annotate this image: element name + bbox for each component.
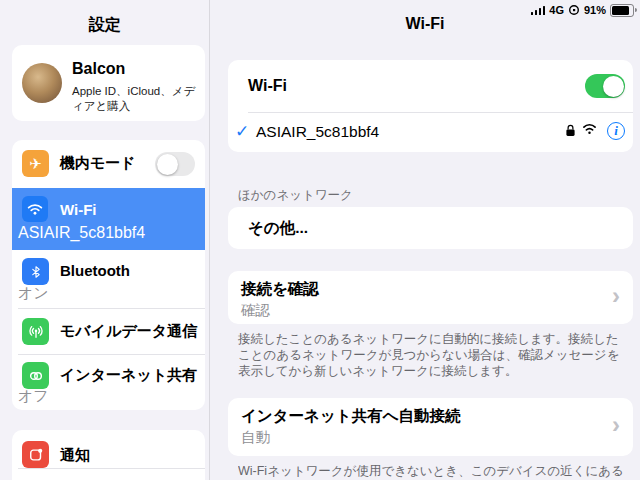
connected-network-name: ASIAIR_5c81bbf4: [256, 123, 379, 141]
cellular-antenna-icon: [22, 318, 49, 345]
ask-to-join-row[interactable]: 接続を確認 確認 ›: [228, 271, 633, 324]
sidebar-item-bluetooth[interactable]: Bluetooth オン: [12, 250, 205, 308]
wifi-toggle[interactable]: [585, 74, 625, 98]
auto-hotspot-title: インターネット共有へ自動接続: [241, 406, 461, 427]
cellular-signal-icon: [531, 5, 546, 15]
sidebar-title: 設定: [0, 15, 210, 36]
sidebar-item-label: Bluetooth: [60, 262, 130, 279]
sidebar-item-label: 通知: [60, 446, 90, 465]
sidebar-item-label: モバイルデータ通信: [60, 322, 197, 341]
settings-screen: 16:12 10月10日(日) 4G 91% 設定 Balcon Apple I…: [0, 0, 640, 480]
wifi-icon: [22, 196, 48, 222]
page-title: Wi-Fi: [210, 15, 640, 33]
wifi-toggle-label: Wi-Fi: [248, 77, 287, 95]
sidebar-item-wifi[interactable]: Wi-Fi ASIAIR_5c81bbf4: [12, 188, 205, 250]
sidebar-item-value: オン: [18, 284, 49, 303]
sidebar-group-notifications: 通知: [12, 430, 205, 480]
bluetooth-icon: [22, 258, 49, 285]
auto-hotspot-footer: Wi-Fiネットワークが使用できないとき、このデバイスの近くにある: [238, 463, 630, 479]
sidebar-item-label: インターネット共有: [60, 366, 197, 385]
chevron-right-icon: ›: [612, 411, 620, 439]
sidebar-item-label: Wi-Fi: [60, 201, 97, 218]
checkmark-icon: ✓: [235, 121, 249, 142]
section-header-other-networks: ほかのネットワーク: [238, 187, 353, 204]
info-button[interactable]: i: [607, 122, 625, 140]
sidebar-item-apple-id[interactable]: Balcon Apple ID、iCloud、メディアと購入: [12, 45, 205, 121]
lock-icon: [565, 124, 576, 137]
sidebar-item-personal-hotspot[interactable]: インターネット共有 オフ: [12, 355, 205, 410]
sidebar-item-cellular[interactable]: モバイルデータ通信: [12, 309, 205, 354]
sidebar-item-label: 機内モード: [60, 154, 136, 173]
sidebar-item-value: オフ: [18, 387, 49, 406]
other-network-row[interactable]: その他...: [228, 207, 633, 249]
notifications-icon: [22, 441, 49, 468]
airplane-icon: ✈: [22, 150, 49, 177]
wifi-card: Wi-Fi ✓ ASIAIR_5c81bbf4 i: [228, 60, 633, 152]
tethering-rings-icon: [22, 362, 49, 389]
profile-subtitle: Apple ID、iCloud、メディアと購入: [72, 84, 198, 114]
avatar: [22, 63, 62, 103]
sidebar-group-connectivity: ✈ 機内モード Wi-Fi ASIAIR_5c81bbf4 Bl: [12, 140, 205, 410]
ask-to-join-title: 接続を確認: [241, 279, 319, 300]
sidebar-item-notifications[interactable]: 通知: [12, 430, 205, 478]
ask-to-join-footer: 接続したことのあるネットワークに自動的に接続します。接続したことのあるネットワー…: [238, 331, 630, 379]
ask-to-join-value: 確認: [241, 301, 270, 320]
profile-name: Balcon: [72, 60, 125, 78]
divider: [18, 468, 205, 469]
chevron-right-icon: ›: [612, 281, 620, 309]
airplane-mode-toggle[interactable]: [155, 152, 195, 176]
signal-strength-icon: [582, 123, 597, 135]
other-label: その他...: [248, 207, 308, 249]
sidebar-item-value: ASIAIR_5c81bbf4: [18, 224, 145, 242]
sidebar-item-airplane-mode[interactable]: ✈ 機内モード: [12, 140, 205, 188]
auto-hotspot-value: 自動: [241, 428, 270, 447]
auto-hotspot-row[interactable]: インターネット共有へ自動接続 自動 ›: [228, 398, 633, 456]
